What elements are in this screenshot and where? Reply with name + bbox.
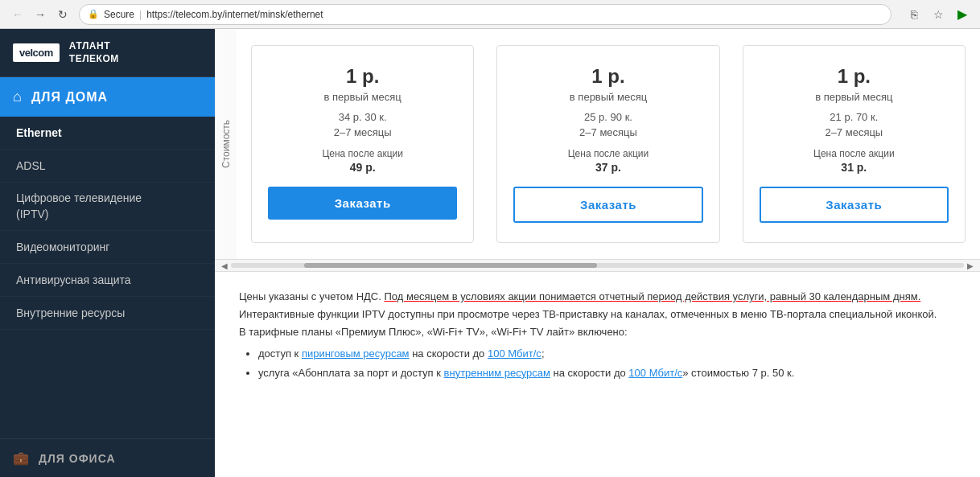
office-icon: 💼: [13, 450, 29, 466]
url-text: https://telecom.by/internet/minsk/ethern…: [146, 9, 323, 20]
back-button[interactable]: ←: [8, 5, 27, 24]
note-1: Цены указаны с учетом НДС. Под месяцем в…: [239, 288, 956, 306]
refresh-button[interactable]: ↻: [53, 5, 72, 24]
browser-actions: ⎘ ☆ ▶: [904, 5, 972, 24]
secure-icon: 🔒: [88, 9, 99, 19]
for-office-label: ДЛЯ ОФИСА: [39, 452, 116, 465]
price-after-label-2: Цена после акции: [513, 148, 702, 159]
scroll-thumb[interactable]: [304, 263, 597, 268]
scroll-right-arrow[interactable]: ▶: [964, 261, 977, 270]
for-home-section[interactable]: ⌂ ДЛЯ ДОМА: [0, 77, 215, 117]
note-list: доступ к пиринговым ресурсам на скорости…: [258, 346, 956, 380]
horizontal-scrollbar[interactable]: ◀ ▶: [215, 259, 980, 272]
price-sub-3: в первый месяц: [760, 91, 949, 103]
price-after-label-3: Цена после акции: [760, 148, 949, 159]
price-main-3: 1 р.: [760, 65, 949, 88]
list-item-2: услуга «Абонплата за порт и доступ к вну…: [258, 365, 956, 381]
price-after-2: 37 р.: [513, 161, 702, 174]
nav-buttons: ← → ↻: [8, 5, 72, 24]
price-main-2: 1 р.: [513, 65, 702, 88]
price-after-3: 31 р.: [760, 161, 949, 174]
nav-item-internal-resources[interactable]: Внутренние ресурсы: [0, 297, 215, 330]
peering-link[interactable]: пиринговым ресурсам: [302, 347, 410, 360]
forward-button[interactable]: →: [31, 5, 50, 24]
footer-notes: Цены указаны с учетом НДС. Под месяцем в…: [215, 280, 980, 400]
logo-area: velcom АТЛАНТ ТЕЛЕКОМ: [0, 29, 215, 77]
price-main-1: 1 р.: [268, 65, 457, 88]
price-months-2: 25 р. 90 к.: [513, 111, 702, 123]
browser-chrome: ← → ↻ 🔒 Secure | https://telecom.by/inte…: [0, 0, 980, 29]
translate-button[interactable]: ⎘: [904, 5, 924, 24]
bookmark-button[interactable]: ☆: [929, 5, 948, 24]
pricing-cards: 1 р. в первый месяц 34 р. 30 к. 2–7 меся…: [237, 29, 980, 259]
for-office-section[interactable]: 💼 ДЛЯ ОФИСА: [0, 438, 215, 477]
cost-label: Стоимость: [215, 29, 237, 259]
scroll-left-arrow[interactable]: ◀: [218, 261, 231, 270]
speed-100-link-1[interactable]: 100 Мбит/с: [488, 347, 541, 360]
pricing-card-3: 1 р. в первый месяц 21 р. 70 к. 2–7 меся…: [743, 45, 966, 243]
sidebar: velcom АТЛАНТ ТЕЛЕКОМ ⌂ ДЛЯ ДОМА Etherne…: [0, 29, 215, 477]
content-area: Стоимость 1 р. в первый месяц 34 р. 30 к…: [215, 29, 980, 477]
price-months-3: 21 р. 70 к.: [760, 111, 949, 123]
separator: |: [139, 9, 142, 20]
price-after-label-1: Цена после акции: [268, 148, 457, 159]
extension-button[interactable]: ▶: [953, 5, 972, 24]
pricing-section: Стоимость 1 р. в первый месяц 34 р. 30 к…: [215, 29, 980, 259]
note-2: Интерактивные функции IPTV доступны при …: [239, 306, 956, 323]
secure-label: Secure: [104, 9, 134, 20]
list-item-1: доступ к пиринговым ресурсам на скорости…: [258, 346, 956, 362]
price-months-1: 34 р. 30 к.: [268, 111, 457, 123]
order-button-2[interactable]: Заказать: [513, 187, 702, 223]
price-after-1: 49 р.: [268, 161, 457, 174]
nav-item-iptv[interactable]: Цифровое телевидение(IPTV): [0, 183, 215, 231]
nav-item-ethernet[interactable]: Ethernet: [0, 117, 215, 150]
order-button-3[interactable]: Заказать: [760, 187, 949, 223]
nav-item-videomonitoring[interactable]: Видеомониторинг: [0, 231, 215, 264]
price-sub-1: в первый месяц: [268, 91, 457, 103]
price-sub-2: в первый месяц: [513, 91, 702, 103]
price-months-range-3: 2–7 месяцы: [760, 126, 949, 138]
atlant-text: АТЛАНТ ТЕЛЕКОМ: [69, 40, 119, 65]
scroll-track[interactable]: [231, 263, 964, 268]
note-3: В тарифные планы «Премиум Плюс», «Wi-Fi+…: [239, 323, 956, 341]
home-icon: ⌂: [13, 88, 22, 105]
pricing-card-1: 1 р. в первый месяц 34 р. 30 к. 2–7 меся…: [251, 45, 474, 243]
pricing-card-2: 1 р. в первый месяц 25 р. 90 к. 2–7 меся…: [496, 45, 719, 243]
address-bar[interactable]: 🔒 Secure | https://telecom.by/internet/m…: [79, 4, 891, 25]
for-home-label: ДЛЯ ДОМА: [31, 90, 108, 105]
velcom-logo: velcom: [13, 43, 60, 62]
nav-items: Ethernet ADSL Цифровое телевидение(IPTV)…: [0, 117, 215, 330]
nav-item-antivirus[interactable]: Антивирусная защита: [0, 264, 215, 297]
price-months-range-2: 2–7 месяцы: [513, 126, 702, 138]
note1-link[interactable]: Под месяцем в условиях акции понимается …: [384, 290, 920, 302]
internal-resources-link[interactable]: внутренним ресурсам: [444, 367, 550, 379]
order-button-1[interactable]: Заказать: [268, 187, 457, 220]
note1-prefix: Цены указаны с учетом НДС.: [239, 290, 384, 302]
price-months-range-1: 2–7 месяцы: [268, 126, 457, 138]
nav-item-adsl[interactable]: ADSL: [0, 150, 215, 183]
speed-100-link-2[interactable]: 100 Мбит/с: [628, 367, 682, 379]
app-layout: velcom АТЛАНТ ТЕЛЕКОМ ⌂ ДЛЯ ДОМА Etherne…: [0, 29, 980, 477]
